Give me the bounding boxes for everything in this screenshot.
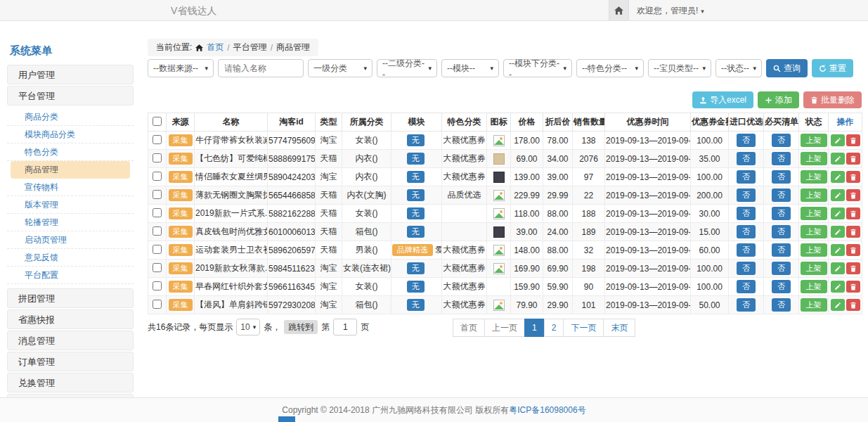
status-toggle[interactable]: 上架 <box>801 280 827 293</box>
import-select-toggle[interactable]: 否 <box>737 134 756 147</box>
sidebar-item-feedback[interactable]: 意见反馈 <box>7 249 134 267</box>
import-select-toggle[interactable]: 否 <box>737 225 756 238</box>
import-select-toggle[interactable]: 否 <box>737 152 756 165</box>
page-number-input[interactable] <box>333 319 357 335</box>
import-select-toggle[interactable]: 否 <box>737 280 756 293</box>
sidebar-item-splash-management[interactable]: 启动页管理 <box>7 231 134 249</box>
sidebar-item-promo-material[interactable]: 宣传物料 <box>7 179 134 196</box>
pager-page-1[interactable]: 1 <box>524 319 545 337</box>
edit-button[interactable] <box>831 226 845 238</box>
row-checkbox[interactable] <box>153 226 162 236</box>
sidebar-item-feature-category[interactable]: 特色分类 <box>7 143 134 161</box>
sidebar-item-savings-news[interactable]: 省惠快报 <box>7 309 134 329</box>
must-buy-toggle[interactable]: 否 <box>772 243 791 257</box>
import-select-toggle[interactable]: 否 <box>737 170 756 184</box>
must-buy-toggle[interactable]: 否 <box>772 207 791 220</box>
import-select-toggle[interactable]: 否 <box>737 207 756 220</box>
user-menu[interactable]: 欢迎您，管理员!▾ <box>637 0 704 22</box>
sidebar-item-product-management[interactable]: 商品管理 <box>11 161 130 179</box>
delete-button[interactable] <box>846 226 860 238</box>
delete-button[interactable] <box>846 134 860 146</box>
delete-button[interactable] <box>846 171 860 183</box>
delete-button[interactable] <box>846 299 860 311</box>
status-toggle[interactable]: 上架 <box>801 134 827 147</box>
sidebar-item-platform-config[interactable]: 平台配置 <box>7 267 134 284</box>
sidebar-item-version-management[interactable]: 版本管理 <box>7 196 134 214</box>
status-toggle[interactable]: 上架 <box>801 188 827 202</box>
home-button[interactable] <box>609 0 629 20</box>
edit-button[interactable] <box>831 262 845 274</box>
add-button[interactable]: 添加 <box>758 91 799 108</box>
sidebar-item-product-category[interactable]: 商品分类 <box>7 108 134 126</box>
import-select-toggle[interactable]: 否 <box>737 188 756 202</box>
sidebar-item-platform-management[interactable]: 平台管理 <box>7 86 134 106</box>
must-buy-toggle[interactable]: 否 <box>772 188 791 202</box>
sidebar-item-carousel-management[interactable]: 轮播管理 <box>7 214 134 231</box>
edit-button[interactable] <box>831 207 845 219</box>
pager-last[interactable]: 末页 <box>603 319 635 337</box>
row-checkbox[interactable] <box>153 245 162 254</box>
import-excel-button[interactable]: 导入excel <box>692 91 753 108</box>
delete-button[interactable] <box>846 189 860 201</box>
module-select[interactable]: --模块--▾ <box>441 59 499 77</box>
sidebar-item-group-buy[interactable]: 拼团管理 <box>7 288 134 308</box>
row-checkbox[interactable] <box>153 208 162 217</box>
status-toggle[interactable]: 上架 <box>801 170 827 184</box>
module-sub-select[interactable]: --模块下分类--▾ <box>503 59 572 77</box>
edit-button[interactable] <box>831 244 845 256</box>
status-toggle[interactable]: 上架 <box>801 152 827 165</box>
sidebar-item-message-management[interactable]: 消息管理 <box>7 331 134 350</box>
reset-button[interactable]: 重置 <box>812 59 853 77</box>
jump-button[interactable]: 跳转到 <box>284 320 318 334</box>
must-buy-toggle[interactable]: 否 <box>772 298 791 312</box>
row-checkbox[interactable] <box>153 172 162 181</box>
edit-button[interactable] <box>831 299 845 311</box>
item-type-select[interactable]: --宝贝类型--▾ <box>648 59 711 77</box>
pager-prev[interactable]: 上一页 <box>484 319 525 337</box>
select-all-checkbox[interactable] <box>153 117 162 126</box>
must-buy-toggle[interactable]: 否 <box>772 262 791 275</box>
must-buy-toggle[interactable]: 否 <box>772 152 791 165</box>
import-select-toggle[interactable]: 否 <box>737 298 756 312</box>
row-checkbox[interactable] <box>153 190 162 199</box>
must-buy-toggle[interactable]: 否 <box>772 280 791 293</box>
per-page-select[interactable]: 10▾ <box>236 319 260 335</box>
row-checkbox[interactable] <box>153 281 162 290</box>
pager-next[interactable]: 下一页 <box>563 319 604 337</box>
pager-first[interactable]: 首页 <box>453 319 485 337</box>
status-toggle[interactable]: 上架 <box>801 225 827 238</box>
edit-button[interactable] <box>831 281 845 293</box>
row-checkbox[interactable] <box>153 263 162 272</box>
delete-button[interactable] <box>846 207 860 219</box>
edit-button[interactable] <box>831 134 845 146</box>
category1-select[interactable]: 一级分类▾ <box>308 59 373 77</box>
edit-button[interactable] <box>831 153 845 165</box>
status-select[interactable]: --状态--▾ <box>715 59 762 77</box>
feature-category-select[interactable]: --特色分类--▾ <box>576 59 644 77</box>
delete-button[interactable] <box>846 244 860 256</box>
batch-delete-button[interactable]: 批量删除 <box>803 91 862 108</box>
must-buy-toggle[interactable]: 否 <box>772 225 791 238</box>
status-toggle[interactable]: 上架 <box>801 262 827 275</box>
edit-button[interactable] <box>831 171 845 183</box>
must-buy-toggle[interactable]: 否 <box>772 170 791 184</box>
import-select-toggle[interactable]: 否 <box>737 262 756 275</box>
delete-button[interactable] <box>846 262 860 274</box>
icp-link[interactable]: 粤ICP备16098006号 <box>509 404 585 416</box>
sidebar-item-module-product-category[interactable]: 模块商品分类 <box>7 126 134 143</box>
category2-select[interactable]: --二级分类--▾ <box>377 59 437 77</box>
must-buy-toggle[interactable]: 否 <box>772 134 791 147</box>
status-toggle[interactable]: 上架 <box>801 207 827 220</box>
row-checkbox[interactable] <box>153 153 162 162</box>
delete-button[interactable] <box>846 281 860 293</box>
row-checkbox[interactable] <box>153 300 162 309</box>
delete-button[interactable] <box>846 153 860 165</box>
status-toggle[interactable]: 上架 <box>801 243 827 257</box>
search-button[interactable]: 查询 <box>766 59 808 77</box>
status-toggle[interactable]: 上架 <box>801 298 827 312</box>
edit-button[interactable] <box>831 189 845 201</box>
sidebar-item-order-management[interactable]: 订单管理 <box>7 352 134 371</box>
breadcrumb-home-link[interactable]: 首页 <box>207 41 224 53</box>
pager-page-2[interactable]: 2 <box>544 319 564 337</box>
data-source-select[interactable]: --数据来源--▾ <box>148 59 214 77</box>
